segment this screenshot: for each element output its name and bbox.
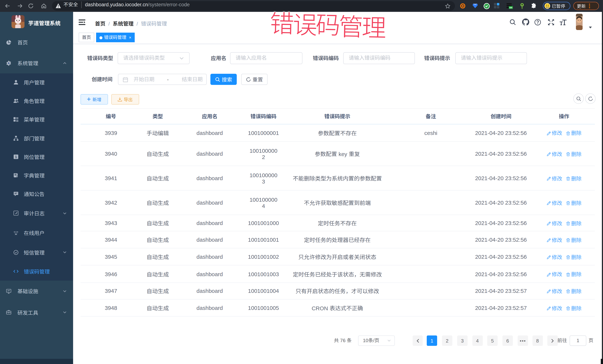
svg-text:on: on xyxy=(509,6,512,9)
svg-text:1: 1 xyxy=(15,155,17,159)
